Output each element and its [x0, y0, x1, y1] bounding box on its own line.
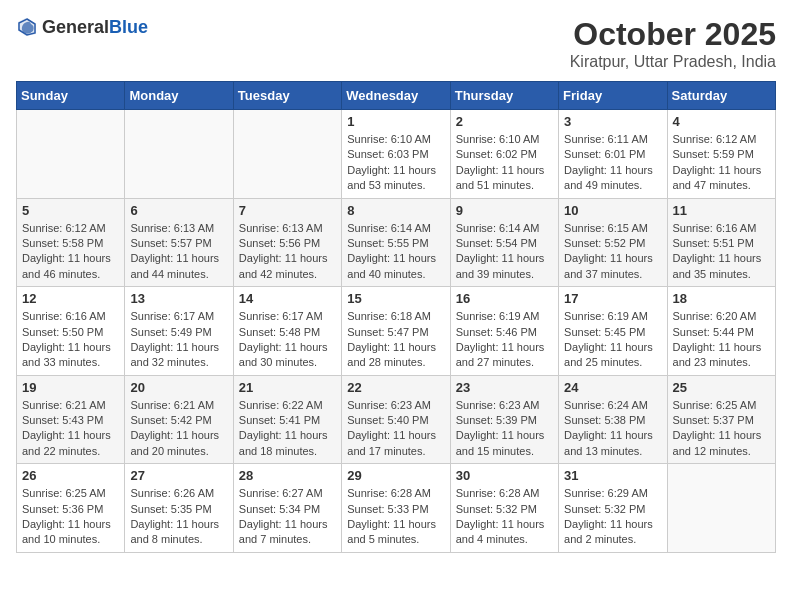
calendar-day-cell: 12Sunrise: 6:16 AMSunset: 5:50 PMDayligh… — [17, 287, 125, 376]
calendar-day-cell: 18Sunrise: 6:20 AMSunset: 5:44 PMDayligh… — [667, 287, 775, 376]
day-info: Sunrise: 6:14 AMSunset: 5:55 PMDaylight:… — [347, 221, 444, 283]
weekday-header-cell: Thursday — [450, 82, 558, 110]
logo-text-general: General — [42, 17, 109, 37]
weekday-header-cell: Wednesday — [342, 82, 450, 110]
calendar-day-cell: 29Sunrise: 6:28 AMSunset: 5:33 PMDayligh… — [342, 464, 450, 553]
calendar-day-cell: 15Sunrise: 6:18 AMSunset: 5:47 PMDayligh… — [342, 287, 450, 376]
day-number: 1 — [347, 114, 444, 129]
weekday-header-cell: Friday — [559, 82, 667, 110]
calendar-day-cell: 20Sunrise: 6:21 AMSunset: 5:42 PMDayligh… — [125, 375, 233, 464]
month-title: October 2025 — [570, 16, 776, 53]
weekday-header-row: SundayMondayTuesdayWednesdayThursdayFrid… — [17, 82, 776, 110]
calendar-day-cell: 7Sunrise: 6:13 AMSunset: 5:56 PMDaylight… — [233, 198, 341, 287]
day-number: 23 — [456, 380, 553, 395]
day-info: Sunrise: 6:16 AMSunset: 5:50 PMDaylight:… — [22, 309, 119, 371]
day-info: Sunrise: 6:20 AMSunset: 5:44 PMDaylight:… — [673, 309, 770, 371]
calendar-day-cell: 14Sunrise: 6:17 AMSunset: 5:48 PMDayligh… — [233, 287, 341, 376]
day-number: 22 — [347, 380, 444, 395]
day-info: Sunrise: 6:27 AMSunset: 5:34 PMDaylight:… — [239, 486, 336, 548]
day-info: Sunrise: 6:22 AMSunset: 5:41 PMDaylight:… — [239, 398, 336, 460]
calendar-day-cell: 30Sunrise: 6:28 AMSunset: 5:32 PMDayligh… — [450, 464, 558, 553]
calendar-day-cell: 3Sunrise: 6:11 AMSunset: 6:01 PMDaylight… — [559, 110, 667, 199]
day-info: Sunrise: 6:10 AMSunset: 6:02 PMDaylight:… — [456, 132, 553, 194]
calendar-day-cell: 1Sunrise: 6:10 AMSunset: 6:03 PMDaylight… — [342, 110, 450, 199]
day-info: Sunrise: 6:11 AMSunset: 6:01 PMDaylight:… — [564, 132, 661, 194]
weekday-header-cell: Tuesday — [233, 82, 341, 110]
day-number: 20 — [130, 380, 227, 395]
day-info: Sunrise: 6:10 AMSunset: 6:03 PMDaylight:… — [347, 132, 444, 194]
day-number: 26 — [22, 468, 119, 483]
calendar-table: SundayMondayTuesdayWednesdayThursdayFrid… — [16, 81, 776, 553]
calendar-day-cell — [667, 464, 775, 553]
calendar-day-cell: 24Sunrise: 6:24 AMSunset: 5:38 PMDayligh… — [559, 375, 667, 464]
calendar-day-cell — [233, 110, 341, 199]
day-number: 15 — [347, 291, 444, 306]
calendar-day-cell: 9Sunrise: 6:14 AMSunset: 5:54 PMDaylight… — [450, 198, 558, 287]
day-number: 4 — [673, 114, 770, 129]
calendar-day-cell: 10Sunrise: 6:15 AMSunset: 5:52 PMDayligh… — [559, 198, 667, 287]
weekday-header-cell: Monday — [125, 82, 233, 110]
day-info: Sunrise: 6:14 AMSunset: 5:54 PMDaylight:… — [456, 221, 553, 283]
day-info: Sunrise: 6:26 AMSunset: 5:35 PMDaylight:… — [130, 486, 227, 548]
day-info: Sunrise: 6:23 AMSunset: 5:40 PMDaylight:… — [347, 398, 444, 460]
location-title: Kiratpur, Uttar Pradesh, India — [570, 53, 776, 71]
day-number: 30 — [456, 468, 553, 483]
day-number: 24 — [564, 380, 661, 395]
calendar-day-cell: 26Sunrise: 6:25 AMSunset: 5:36 PMDayligh… — [17, 464, 125, 553]
day-number: 18 — [673, 291, 770, 306]
day-number: 27 — [130, 468, 227, 483]
day-number: 9 — [456, 203, 553, 218]
day-number: 11 — [673, 203, 770, 218]
logo-text-blue: Blue — [109, 17, 148, 37]
calendar-day-cell: 5Sunrise: 6:12 AMSunset: 5:58 PMDaylight… — [17, 198, 125, 287]
title-area: October 2025 Kiratpur, Uttar Pradesh, In… — [570, 16, 776, 71]
calendar-day-cell: 11Sunrise: 6:16 AMSunset: 5:51 PMDayligh… — [667, 198, 775, 287]
weekday-header-cell: Sunday — [17, 82, 125, 110]
calendar-day-cell: 28Sunrise: 6:27 AMSunset: 5:34 PMDayligh… — [233, 464, 341, 553]
day-info: Sunrise: 6:25 AMSunset: 5:37 PMDaylight:… — [673, 398, 770, 460]
calendar-week-row: 1Sunrise: 6:10 AMSunset: 6:03 PMDaylight… — [17, 110, 776, 199]
day-info: Sunrise: 6:28 AMSunset: 5:33 PMDaylight:… — [347, 486, 444, 548]
day-info: Sunrise: 6:18 AMSunset: 5:47 PMDaylight:… — [347, 309, 444, 371]
day-info: Sunrise: 6:19 AMSunset: 5:46 PMDaylight:… — [456, 309, 553, 371]
calendar-day-cell: 27Sunrise: 6:26 AMSunset: 5:35 PMDayligh… — [125, 464, 233, 553]
day-info: Sunrise: 6:12 AMSunset: 5:58 PMDaylight:… — [22, 221, 119, 283]
day-info: Sunrise: 6:23 AMSunset: 5:39 PMDaylight:… — [456, 398, 553, 460]
day-info: Sunrise: 6:29 AMSunset: 5:32 PMDaylight:… — [564, 486, 661, 548]
day-number: 5 — [22, 203, 119, 218]
day-info: Sunrise: 6:17 AMSunset: 5:49 PMDaylight:… — [130, 309, 227, 371]
day-number: 2 — [456, 114, 553, 129]
day-info: Sunrise: 6:16 AMSunset: 5:51 PMDaylight:… — [673, 221, 770, 283]
calendar-day-cell — [17, 110, 125, 199]
day-info: Sunrise: 6:24 AMSunset: 5:38 PMDaylight:… — [564, 398, 661, 460]
calendar-day-cell: 17Sunrise: 6:19 AMSunset: 5:45 PMDayligh… — [559, 287, 667, 376]
day-number: 16 — [456, 291, 553, 306]
header: GeneralBlue October 2025 Kiratpur, Uttar… — [16, 16, 776, 71]
calendar-week-row: 5Sunrise: 6:12 AMSunset: 5:58 PMDaylight… — [17, 198, 776, 287]
day-info: Sunrise: 6:21 AMSunset: 5:42 PMDaylight:… — [130, 398, 227, 460]
day-number: 28 — [239, 468, 336, 483]
calendar-week-row: 26Sunrise: 6:25 AMSunset: 5:36 PMDayligh… — [17, 464, 776, 553]
calendar-day-cell — [125, 110, 233, 199]
day-number: 8 — [347, 203, 444, 218]
day-info: Sunrise: 6:19 AMSunset: 5:45 PMDaylight:… — [564, 309, 661, 371]
calendar-day-cell: 25Sunrise: 6:25 AMSunset: 5:37 PMDayligh… — [667, 375, 775, 464]
day-number: 7 — [239, 203, 336, 218]
day-info: Sunrise: 6:25 AMSunset: 5:36 PMDaylight:… — [22, 486, 119, 548]
day-number: 14 — [239, 291, 336, 306]
weekday-header-cell: Saturday — [667, 82, 775, 110]
calendar-day-cell: 23Sunrise: 6:23 AMSunset: 5:39 PMDayligh… — [450, 375, 558, 464]
calendar-day-cell: 31Sunrise: 6:29 AMSunset: 5:32 PMDayligh… — [559, 464, 667, 553]
day-number: 12 — [22, 291, 119, 306]
day-info: Sunrise: 6:13 AMSunset: 5:57 PMDaylight:… — [130, 221, 227, 283]
calendar-body: 1Sunrise: 6:10 AMSunset: 6:03 PMDaylight… — [17, 110, 776, 553]
day-number: 19 — [22, 380, 119, 395]
day-number: 21 — [239, 380, 336, 395]
day-number: 6 — [130, 203, 227, 218]
day-info: Sunrise: 6:17 AMSunset: 5:48 PMDaylight:… — [239, 309, 336, 371]
day-info: Sunrise: 6:13 AMSunset: 5:56 PMDaylight:… — [239, 221, 336, 283]
day-number: 17 — [564, 291, 661, 306]
calendar-day-cell: 21Sunrise: 6:22 AMSunset: 5:41 PMDayligh… — [233, 375, 341, 464]
calendar-day-cell: 6Sunrise: 6:13 AMSunset: 5:57 PMDaylight… — [125, 198, 233, 287]
day-number: 25 — [673, 380, 770, 395]
